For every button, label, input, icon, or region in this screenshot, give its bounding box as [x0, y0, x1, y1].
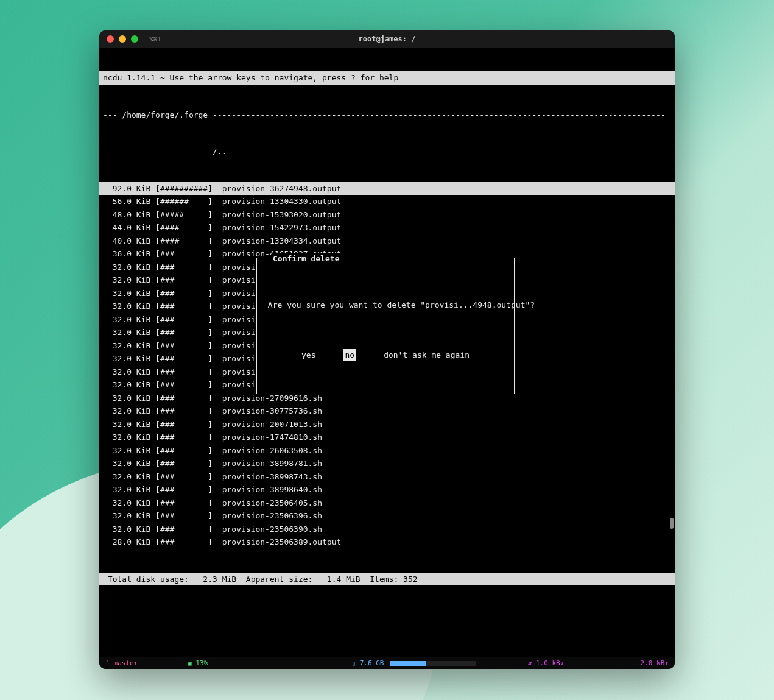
close-icon[interactable]: [107, 35, 114, 43]
status-bar: ᚶ master ▣ 13% ▯ 7.6 GB ⇵ 1.0 kB↓ 2.0 kB…: [99, 657, 675, 669]
current-path: --- /home/forge/.forge: [103, 110, 213, 119]
scrollbar-thumb[interactable]: [670, 518, 674, 529]
file-row[interactable]: 28.0 KiB [### ] provision-23506389.outpu…: [99, 536, 675, 549]
file-row[interactable]: 32.0 KiB [### ] provision-17474810.sh: [99, 431, 675, 444]
file-row[interactable]: 44.0 KiB [#### ] provision-15422973.outp…: [99, 221, 675, 235]
titlebar: ⌥⌘1 root@james: /: [99, 30, 675, 48]
cpu-graph: [214, 660, 300, 666]
terminal-body[interactable]: ncdu 1.14.1 ~ Use the arrow keys to navi…: [99, 48, 675, 657]
dialog-message: Are you sure you want to delete "provisi…: [257, 294, 514, 326]
option-yes[interactable]: yes: [301, 349, 315, 361]
confirm-delete-dialog: Confirm delete Are you sure you want to …: [256, 258, 515, 394]
file-row[interactable]: 32.0 KiB [### ] provision-26063508.sh: [99, 444, 675, 458]
file-row[interactable]: 40.0 KiB [#### ] provision-13304334.outp…: [99, 235, 675, 248]
zoom-icon[interactable]: [131, 35, 138, 43]
cpu-percent: 13%: [195, 659, 208, 667]
window-title: root@james: /: [359, 35, 416, 43]
file-row[interactable]: 32.0 KiB [### ] provision-23506405.sh: [99, 497, 675, 510]
git-branch: ᚶ master: [105, 659, 138, 667]
path-dashes: ----------------------------------------…: [213, 110, 666, 119]
dialog-options: yes no don't ask me again: [257, 349, 514, 361]
option-no[interactable]: no: [343, 349, 356, 361]
dialog-title: Confirm delete: [272, 253, 341, 265]
file-row[interactable]: 32.0 KiB [### ] provision-23506396.sh: [99, 509, 675, 523]
net-icon: ⇵: [528, 659, 532, 667]
file-row[interactable]: 56.0 KiB [###### ] provision-13304330.ou…: [99, 195, 675, 208]
ncdu-footer: Total disk usage: 2.3 MiB Apparent size:…: [99, 573, 675, 586]
path-line: --- /home/forge/.forge -----------------…: [99, 108, 675, 122]
file-row[interactable]: 32.0 KiB [### ] provision-38998640.sh: [99, 483, 675, 497]
file-row[interactable]: 32.0 KiB [### ] provision-30775736.sh: [99, 405, 675, 418]
tab-indicator: ⌥⌘1: [149, 35, 161, 43]
net-meter: ⇵ 1.0 kB↓ 2.0 kB↑: [528, 659, 669, 667]
file-row[interactable]: 48.0 KiB [##### ] provision-15393020.out…: [99, 208, 675, 222]
traffic-lights: [107, 35, 138, 43]
net-graph: [572, 663, 633, 663]
net-up: 2.0 kB↑: [641, 659, 669, 667]
parent-dir[interactable]: /..: [99, 145, 675, 158]
file-row[interactable]: 32.0 KiB [### ] provision-38998743.sh: [99, 470, 675, 484]
mem-graph: [390, 661, 476, 666]
ncdu-header: ncdu 1.14.1 ~ Use the arrow keys to navi…: [99, 71, 675, 85]
net-down: 1.0 kB↓: [536, 659, 564, 667]
option-dont-ask[interactable]: don't ask me again: [384, 349, 470, 361]
mem-meter: ▯ 7.6 GB: [351, 659, 478, 667]
mem-value: 7.6 GB: [360, 659, 384, 667]
cpu-icon: ▣: [188, 659, 192, 667]
cpu-meter: ▣ 13%: [188, 659, 302, 667]
mem-icon: ▯: [351, 659, 356, 667]
minimize-icon[interactable]: [119, 35, 126, 43]
file-row[interactable]: 32.0 KiB [### ] provision-20071013.sh: [99, 418, 675, 431]
file-row[interactable]: 32.0 KiB [### ] provision-23506390.sh: [99, 523, 675, 536]
terminal-window: ⌥⌘1 root@james: / ncdu 1.14.1 ~ Use the …: [99, 30, 675, 669]
file-row[interactable]: 32.0 KiB [### ] provision-38998781.sh: [99, 457, 675, 470]
file-row[interactable]: 92.0 KiB [##########] provision-36274948…: [99, 182, 675, 196]
